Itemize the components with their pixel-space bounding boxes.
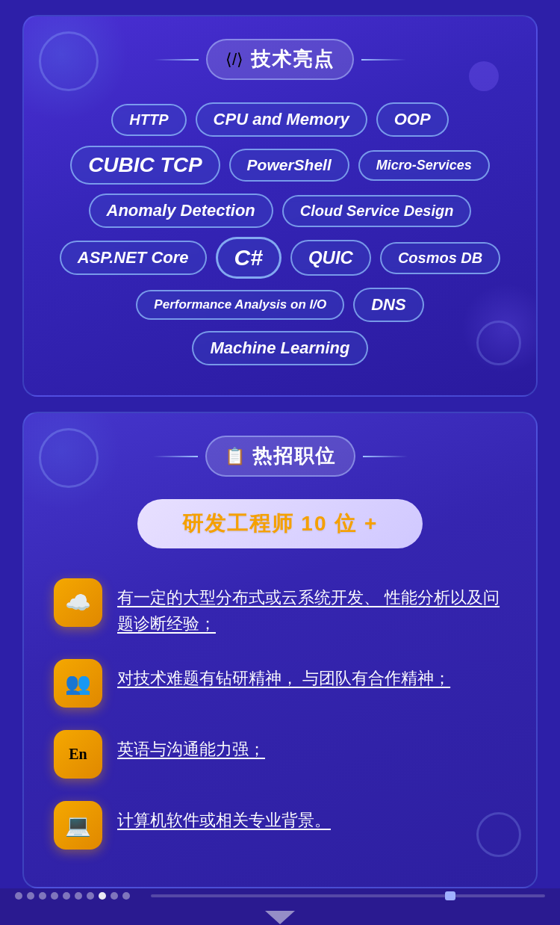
scroll-track[interactable] xyxy=(151,894,545,897)
tag-dns[interactable]: DNS xyxy=(353,288,423,322)
job-badge: 研发工程师 10 位 + xyxy=(137,499,423,548)
req-icon-3: En xyxy=(54,730,102,779)
top-section-title-area: ⟨/⟩ 技术亮点 xyxy=(39,39,521,80)
tag-aspnet[interactable]: ASP.NET Core xyxy=(60,241,207,275)
bottom-title-line-left xyxy=(153,456,198,457)
tag-cosmos[interactable]: Cosmos DB xyxy=(380,242,500,274)
top-section: ⟨/⟩ 技术亮点 HTTP CPU and Memory OOP CUBIC T… xyxy=(22,15,538,397)
req-text-1: 有一定的大型分布式或云系统开发、 性能分析以及问题诊断经验； xyxy=(117,578,506,637)
bottom-arrow-area xyxy=(0,903,560,925)
tag-oop[interactable]: OOP xyxy=(376,102,449,137)
req-icon-2: 👥 xyxy=(54,659,102,708)
job-badge-wrapper: 研发工程师 10 位 + xyxy=(54,499,506,548)
dot-5 xyxy=(63,892,70,900)
bottom-title-icon: 📋 xyxy=(225,447,245,466)
req-item-1: ☁️ 有一定的大型分布式或云系统开发、 性能分析以及问题诊断经验； xyxy=(54,578,506,637)
tag-cloud-service[interactable]: Cloud Service Design xyxy=(282,195,472,227)
tag-cloud: HTTP CPU and Memory OOP CUBIC TCP PowerS… xyxy=(39,102,521,365)
top-section-title: 技术亮点 xyxy=(251,46,335,72)
scroll-thumb[interactable] xyxy=(445,891,455,900)
dot-9 xyxy=(111,892,118,900)
bottom-title-line-right xyxy=(363,456,408,457)
tag-ml[interactable]: Machine Learning xyxy=(192,331,367,365)
title-badge: ⟨/⟩ 技术亮点 xyxy=(206,39,354,80)
tag-microservices[interactable]: Micro-Services xyxy=(358,150,490,181)
bottom-deco-circle-tl xyxy=(39,428,99,488)
dot-7 xyxy=(87,892,94,900)
dot-3 xyxy=(39,892,46,900)
deco-circle-tl xyxy=(39,31,99,91)
dot-6 xyxy=(75,892,82,900)
req-item-4: 💻 计算机软件或相关专业背景。 xyxy=(54,801,506,850)
req-text-3: 英语与沟通能力强； xyxy=(117,730,265,762)
tag-cpu[interactable]: CPU and Memory xyxy=(196,102,367,137)
page-wrapper: ⟨/⟩ 技术亮点 HTTP CPU and Memory OOP CUBIC T… xyxy=(0,0,560,925)
bottom-section-title: 热招职位 xyxy=(252,443,336,469)
tag-perf[interactable]: Performance Analysis on I/O xyxy=(136,290,344,320)
arrow-down-icon xyxy=(265,911,295,924)
tag-http[interactable]: HTTP xyxy=(111,104,186,136)
req-icon-1: ☁️ xyxy=(54,578,102,627)
scrollbar-area xyxy=(0,888,560,903)
title-line-right xyxy=(361,59,406,61)
dot-10 xyxy=(122,892,130,900)
bottom-section-title-area: 📋 热招职位 xyxy=(54,436,506,477)
dot-1 xyxy=(15,892,22,900)
req-text-2: 对技术难题有钻研精神， 与团队有合作精神； xyxy=(117,659,450,691)
tag-cubic[interactable]: CUBIC TCP xyxy=(70,146,220,185)
tag-anomaly[interactable]: Anomaly Detection xyxy=(89,194,273,228)
dot-indicators xyxy=(15,892,130,900)
dot-8-active xyxy=(99,892,106,900)
tag-quic[interactable]: QUIC xyxy=(290,240,371,276)
req-icon-4: 💻 xyxy=(54,801,102,850)
title-line-left xyxy=(154,59,199,61)
req-item-3: En 英语与沟通能力强； xyxy=(54,730,506,779)
tag-powershell[interactable]: PowerShell xyxy=(229,149,349,182)
req-text-4: 计算机软件或相关专业背景。 xyxy=(117,801,331,833)
dot-2 xyxy=(27,892,34,900)
title-icon: ⟨/⟩ xyxy=(225,50,243,69)
requirements-list: ☁️ 有一定的大型分布式或云系统开发、 性能分析以及问题诊断经验； 👥 对技术难… xyxy=(54,578,506,850)
bottom-title-badge: 📋 热招职位 xyxy=(205,436,355,477)
tag-csharp[interactable]: C# xyxy=(216,237,281,279)
bottom-section: 📋 热招职位 研发工程师 10 位 + ☁️ 有一定的大型分布式或云系统开发、 … xyxy=(22,412,538,888)
req-item-2: 👥 对技术难题有钻研精神， 与团队有合作精神； xyxy=(54,659,506,708)
dot-4 xyxy=(51,892,58,900)
job-badge-text: 研发工程师 10 位 + xyxy=(182,510,379,538)
